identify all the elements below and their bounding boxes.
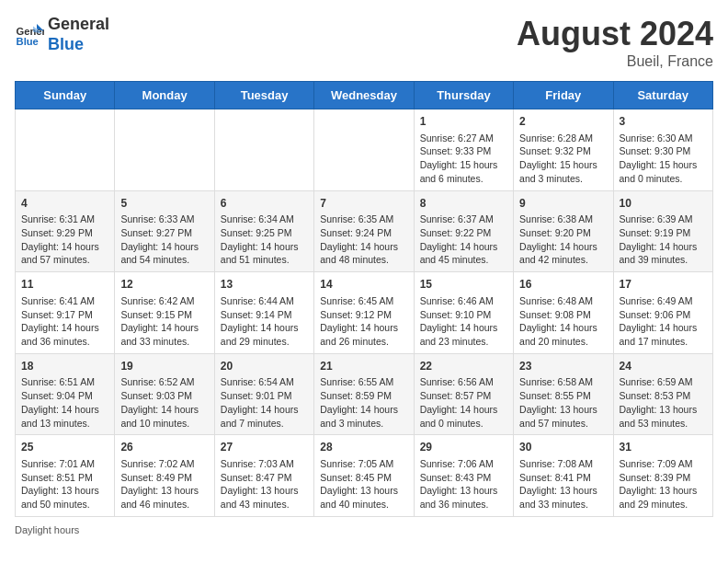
day-info: Sunset: 9:03 PM (120, 389, 208, 403)
day-info: Sunrise: 6:27 AM (420, 132, 507, 145)
day-info: Sunset: 9:33 PM (420, 144, 507, 158)
day-info: Sunset: 9:19 PM (620, 226, 707, 240)
day-number: 30 (519, 440, 607, 455)
calendar-cell: 27Sunrise: 7:03 AMSunset: 8:47 PMDayligh… (214, 435, 313, 517)
calendar-cell: 4Sunrise: 6:31 AMSunset: 9:29 PMDaylight… (16, 190, 115, 272)
day-info: Sunset: 8:59 PM (320, 389, 407, 403)
calendar-cell: 13Sunrise: 6:44 AMSunset: 9:14 PMDayligh… (214, 272, 313, 354)
day-info: Daylight: 13 hours and 36 minutes. (420, 484, 507, 511)
day-info: Sunset: 9:14 PM (221, 308, 308, 322)
day-info: Daylight: 14 hours and 20 minutes. (519, 321, 607, 348)
calendar-cell: 6Sunrise: 6:34 AMSunset: 9:25 PMDaylight… (214, 190, 313, 272)
day-info: Sunrise: 7:01 AM (21, 457, 108, 471)
day-number: 10 (620, 196, 707, 212)
day-number: 9 (519, 196, 607, 212)
header-cell-friday: Friday (514, 82, 613, 109)
calendar-cell: 29Sunrise: 7:06 AMSunset: 8:43 PMDayligh… (414, 435, 513, 517)
day-info: Daylight: 14 hours and 13 minutes. (21, 403, 108, 430)
header-cell-monday: Monday (115, 82, 214, 109)
day-info: Sunset: 8:39 PM (620, 471, 707, 485)
day-number: 7 (320, 196, 407, 212)
day-info: Daylight: 15 hours and 3 minutes. (519, 158, 607, 185)
day-info: Sunset: 9:10 PM (420, 308, 507, 322)
day-info: Sunset: 8:47 PM (221, 471, 308, 485)
header-cell-sunday: Sunday (16, 82, 115, 109)
day-info: Sunrise: 6:41 AM (21, 294, 108, 308)
day-info: Sunset: 9:08 PM (519, 308, 607, 322)
day-info: Daylight: 14 hours and 10 minutes. (120, 403, 208, 430)
day-number: 26 (120, 440, 208, 455)
day-info: Daylight: 14 hours and 23 minutes. (420, 321, 507, 348)
day-info: Daylight: 14 hours and 39 minutes. (620, 240, 707, 267)
day-info: Sunrise: 6:39 AM (620, 213, 707, 226)
day-info: Daylight: 15 hours and 0 minutes. (620, 158, 707, 185)
day-info: Daylight: 14 hours and 54 minutes. (120, 240, 208, 267)
day-info: Sunrise: 6:55 AM (320, 375, 407, 389)
day-info: Sunset: 9:24 PM (320, 226, 407, 240)
week-row-2: 4Sunrise: 6:31 AMSunset: 9:29 PMDaylight… (16, 190, 713, 272)
day-info: Daylight: 14 hours and 42 minutes. (519, 240, 607, 267)
day-info: Daylight: 13 hours and 33 minutes. (519, 484, 607, 511)
day-number: 15 (420, 277, 507, 293)
calendar-cell: 2Sunrise: 6:28 AMSunset: 9:32 PMDaylight… (514, 109, 613, 191)
calendar-cell: 26Sunrise: 7:02 AMSunset: 8:49 PMDayligh… (115, 435, 214, 517)
day-info: Sunrise: 6:31 AM (21, 213, 108, 226)
day-number: 12 (120, 277, 208, 293)
header-row: SundayMondayTuesdayWednesdayThursdayFrid… (16, 82, 713, 109)
day-info: Sunset: 9:22 PM (420, 226, 507, 240)
logo-blue: Blue (48, 35, 109, 55)
day-info: Sunrise: 6:58 AM (519, 375, 607, 389)
day-number: 3 (620, 114, 707, 130)
week-row-5: 25Sunrise: 7:01 AMSunset: 8:51 PMDayligh… (16, 435, 713, 517)
day-number: 27 (221, 440, 308, 455)
logo-general: General (48, 15, 109, 35)
title-area: August 2024 Bueil, France (517, 15, 713, 70)
day-info: Sunrise: 7:02 AM (120, 457, 208, 471)
day-info: Daylight: 13 hours and 46 minutes. (120, 484, 208, 511)
day-info: Sunrise: 6:44 AM (221, 294, 308, 308)
month-title: August 2024 (517, 15, 713, 53)
day-info: Sunset: 9:12 PM (320, 308, 407, 322)
day-info: Sunset: 9:17 PM (21, 308, 108, 322)
day-info: Daylight: 13 hours and 29 minutes. (620, 484, 707, 511)
day-number: 6 (221, 196, 308, 212)
week-row-4: 18Sunrise: 6:51 AMSunset: 9:04 PMDayligh… (16, 353, 713, 435)
day-info: Sunrise: 6:48 AM (519, 294, 607, 308)
day-info: Sunrise: 6:34 AM (221, 213, 308, 226)
day-info: Sunset: 9:20 PM (519, 226, 607, 240)
day-info: Daylight: 14 hours and 29 minutes. (221, 321, 308, 348)
calendar-cell: 8Sunrise: 6:37 AMSunset: 9:22 PMDaylight… (414, 190, 513, 272)
logo-icon: General Blue (15, 20, 44, 50)
day-info: Sunset: 9:04 PM (21, 389, 108, 403)
day-info: Sunset: 8:43 PM (420, 471, 507, 485)
day-info: Sunset: 8:55 PM (519, 389, 607, 403)
day-info: Daylight: 13 hours and 53 minutes. (620, 403, 707, 430)
day-info: Sunrise: 6:52 AM (120, 375, 208, 389)
day-number: 2 (519, 114, 607, 130)
day-info: Daylight: 14 hours and 0 minutes. (420, 403, 507, 430)
day-number: 1 (420, 114, 507, 130)
day-info: Sunset: 8:41 PM (519, 471, 607, 485)
day-info: Daylight: 14 hours and 17 minutes. (620, 321, 707, 348)
calendar-cell: 17Sunrise: 6:49 AMSunset: 9:06 PMDayligh… (613, 272, 712, 354)
day-info: Sunrise: 6:33 AM (120, 213, 208, 226)
calendar-cell: 25Sunrise: 7:01 AMSunset: 8:51 PMDayligh… (16, 435, 115, 517)
day-number: 16 (519, 277, 607, 293)
calendar-cell: 14Sunrise: 6:45 AMSunset: 9:12 PMDayligh… (314, 272, 414, 354)
footer: Daylight hours (15, 524, 713, 535)
day-info: Sunrise: 6:28 AM (519, 132, 607, 145)
location: Bueil, France (517, 53, 713, 70)
calendar-cell: 16Sunrise: 6:48 AMSunset: 9:08 PMDayligh… (514, 272, 613, 354)
calendar-cell: 1Sunrise: 6:27 AMSunset: 9:33 PMDaylight… (414, 109, 513, 191)
day-info: Sunset: 9:29 PM (21, 226, 108, 240)
day-info: Sunset: 8:49 PM (120, 471, 208, 485)
day-info: Sunrise: 6:35 AM (320, 213, 407, 226)
day-info: Sunset: 8:51 PM (21, 471, 108, 485)
day-info: Daylight: 14 hours and 7 minutes. (221, 403, 308, 430)
day-info: Sunrise: 6:46 AM (420, 294, 507, 308)
calendar-table: SundayMondayTuesdayWednesdayThursdayFrid… (15, 81, 713, 517)
day-info: Daylight: 14 hours and 3 minutes. (320, 403, 407, 430)
day-number: 29 (420, 440, 507, 455)
calendar-cell: 21Sunrise: 6:55 AMSunset: 8:59 PMDayligh… (314, 353, 414, 435)
day-info: Sunrise: 6:56 AM (420, 375, 507, 389)
